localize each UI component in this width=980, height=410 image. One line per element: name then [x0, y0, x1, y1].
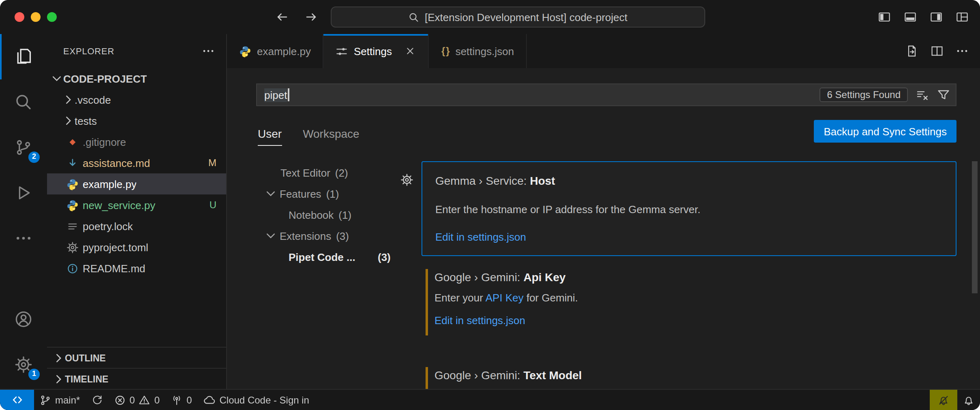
toggle-secondary-sidebar-icon[interactable]: [930, 11, 943, 23]
activity-run-debug[interactable]: [0, 170, 47, 216]
activity-explorer[interactable]: [0, 34, 47, 79]
explorer-title: EXPLORER: [63, 46, 114, 56]
cloud-code-status-item[interactable]: Cloud Code - Sign in: [198, 390, 315, 410]
tree-item-label: example.py: [83, 178, 137, 190]
account-icon: [15, 310, 32, 328]
explorer-more-actions-icon[interactable]: [202, 45, 215, 58]
remote-indicator[interactable]: [0, 390, 34, 410]
tree-item-tests[interactable]: tests: [47, 110, 226, 131]
back-arrow-icon[interactable]: [276, 11, 289, 23]
customize-layout-icon[interactable]: [956, 11, 969, 23]
tree-item-gitignore[interactable]: .gitignore: [47, 131, 226, 152]
tab-example-py[interactable]: example.py: [227, 34, 324, 68]
setting-row-google-gemini-text-model[interactable]: Google › Gemini: Text Model: [422, 365, 956, 389]
scm-badge: 2: [28, 152, 40, 163]
toml-file-icon: [66, 241, 79, 253]
ellipsis-icon: [15, 229, 32, 247]
activity-source-control[interactable]: 2: [0, 125, 47, 170]
search-controls: 6 Settings Found: [820, 88, 950, 102]
minimize-window-button[interactable]: [31, 12, 41, 22]
tree-item-new-service-py[interactable]: new_service.py U: [47, 194, 226, 216]
tree-item-label: new_service.py: [83, 199, 155, 211]
python-file-icon: [66, 178, 79, 190]
setting-row-gemma-service-host[interactable]: Gemma › Service: Host Enter the hostname…: [422, 161, 956, 256]
api-key-link[interactable]: API Key: [486, 292, 524, 304]
settings-found-badge: 6 Settings Found: [820, 88, 908, 102]
tree-item-assistance-md[interactable]: assistance.md M: [47, 152, 226, 173]
setting-category: Google › Gemini:: [434, 271, 523, 284]
setting-row-google-gemini-api-key[interactable]: Google › Gemini: Api Key Enter your API …: [422, 267, 956, 337]
split-editor-icon[interactable]: [931, 45, 944, 58]
more-actions-icon[interactable]: [956, 45, 969, 58]
toc-extensions[interactable]: Extensions (3): [227, 225, 401, 246]
toc-count: (1): [338, 209, 351, 221]
settings-editor: pipet 6 Settings Found User Workspace Ba…: [227, 68, 980, 389]
sync-icon: [91, 394, 103, 406]
git-file-icon: [66, 136, 79, 148]
tree-item-poetry-lock[interactable]: poetry.lock: [47, 216, 226, 237]
setting-gear-icon[interactable]: [400, 173, 413, 186]
backup-sync-button[interactable]: Backup and Sync Settings: [814, 120, 956, 143]
close-icon[interactable]: [405, 45, 416, 57]
filter-icon[interactable]: [937, 88, 950, 101]
chevron-right-icon: [52, 372, 65, 385]
scope-tab-workspace[interactable]: Workspace: [303, 127, 359, 140]
branch-status-item[interactable]: main*: [34, 390, 86, 410]
tree-item-label: poetry.lock: [83, 220, 133, 232]
tree-item-code-project[interactable]: CODE-PROJECT: [47, 68, 226, 89]
tree-item-example-py[interactable]: example.py: [47, 173, 226, 194]
setting-name: Text Model: [523, 369, 582, 382]
json-braces-icon: { }: [441, 45, 450, 57]
tab-settings-json[interactable]: { } settings.json: [429, 34, 527, 68]
tree-item-readme-md[interactable]: README.md: [47, 258, 226, 279]
setting-title: Gemma › Service: Host: [435, 174, 943, 187]
tab-settings[interactable]: Settings: [324, 34, 429, 68]
cloud-icon: [203, 394, 216, 406]
problems-status-item[interactable]: 0 0: [108, 390, 165, 410]
tab-label: Settings: [354, 45, 392, 57]
zoom-window-button[interactable]: [47, 12, 57, 22]
status-bar: main* 0 0 0 Cloud Code - Sign in: [0, 389, 980, 410]
sync-status-item[interactable]: [86, 390, 108, 410]
close-window-button[interactable]: [15, 12, 24, 22]
toc-features[interactable]: Features (1): [227, 183, 401, 204]
command-center[interactable]: [Extension Development Host] code-projec…: [331, 6, 705, 28]
notifications-status-item[interactable]: [957, 390, 980, 410]
edit-in-settings-json-link[interactable]: Edit in settings.json: [434, 314, 525, 327]
toc-label: Pipet Code ...: [289, 251, 373, 263]
settings-search-input[interactable]: pipet 6 Settings Found: [256, 83, 956, 106]
bell-slash-icon: [938, 394, 949, 406]
outline-section-header[interactable]: OUTLINE: [47, 347, 226, 368]
clear-search-results-icon[interactable]: [916, 88, 929, 101]
ports-status-item[interactable]: 0: [165, 390, 197, 410]
activity-settings[interactable]: 1: [0, 342, 47, 387]
warning-count: 0: [154, 394, 160, 406]
toc-pipet-code[interactable]: Pipet Code ... (3): [227, 246, 401, 267]
activity-accounts[interactable]: [0, 297, 47, 342]
scrollbar[interactable]: [972, 161, 978, 293]
toggle-primary-sidebar-icon[interactable]: [878, 11, 891, 23]
timeline-section-header[interactable]: TIMELINE: [47, 368, 226, 389]
chevron-down-icon: [264, 229, 277, 242]
activity-bar-spacer: [0, 261, 47, 297]
bell-icon: [963, 394, 974, 406]
python-file-icon: [239, 45, 251, 57]
do-not-disturb-status-item[interactable]: [930, 390, 957, 410]
tab-label: settings.json: [456, 45, 514, 57]
edit-in-settings-json-link[interactable]: Edit in settings.json: [435, 231, 526, 243]
modified-indicator: [426, 269, 428, 335]
activity-search[interactable]: [0, 79, 47, 125]
toc-label: Features: [280, 188, 321, 200]
tree-item-vscode[interactable]: .vscode: [47, 89, 226, 110]
toc-notebook[interactable]: Notebook (1): [227, 204, 401, 225]
scope-tab-user[interactable]: User: [258, 127, 282, 140]
open-settings-json-icon[interactable]: [905, 45, 918, 58]
forward-arrow-icon[interactable]: [305, 11, 318, 23]
activity-more-views[interactable]: [0, 216, 47, 261]
setting-description: Enter the hostname or IP address for the…: [435, 203, 943, 215]
toc-text-editor[interactable]: Text Editor (2): [227, 162, 401, 183]
editor-group: example.py Settings { } settings.json: [227, 34, 980, 389]
tree-item-pyproject-toml[interactable]: pyproject.toml: [47, 237, 226, 258]
toggle-panel-icon[interactable]: [904, 11, 917, 23]
git-untracked-badge: U: [210, 199, 216, 211]
